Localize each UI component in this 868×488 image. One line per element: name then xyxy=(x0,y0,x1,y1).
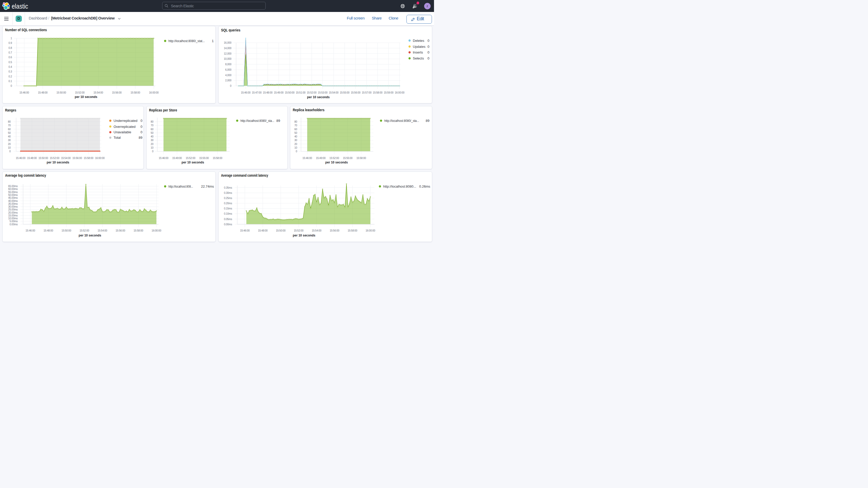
svg-text:per 10 seconds: per 10 seconds xyxy=(181,160,204,164)
svg-text:0.30ms: 0.30ms xyxy=(224,191,232,194)
svg-text:SQL queries: SQL queries xyxy=(221,28,241,32)
svg-text:16:00:00: 16:00:00 xyxy=(149,91,159,94)
svg-text:0: 0 xyxy=(230,85,231,87)
svg-text:per 10 seconds: per 10 seconds xyxy=(325,160,348,164)
svg-text:http://localhost:808...: http://localhost:808... xyxy=(168,184,193,188)
svg-text:50: 50 xyxy=(294,131,297,134)
svg-text:10.00ms: 10.00ms xyxy=(8,217,18,220)
svg-text:0.15ms: 0.15ms xyxy=(224,207,232,210)
svg-text:15:54:00: 15:54:00 xyxy=(97,229,107,232)
svg-text:20: 20 xyxy=(151,143,153,145)
svg-text:Overreplicated: Overreplicated xyxy=(114,124,136,128)
svg-text:15:55:00: 15:55:00 xyxy=(343,156,353,159)
svg-text:15:49:00: 15:49:00 xyxy=(274,91,284,94)
svg-text:1: 1 xyxy=(212,39,214,43)
svg-text:15:52:00: 15:52:00 xyxy=(294,229,304,232)
svg-text:0.1: 0.1 xyxy=(8,80,12,82)
svg-text:15:48:00: 15:48:00 xyxy=(38,91,48,94)
svg-text:30: 30 xyxy=(294,139,297,142)
svg-text:0.5: 0.5 xyxy=(8,61,12,63)
svg-text:15:46:00: 15:46:00 xyxy=(16,156,26,159)
svg-text:15:50:00: 15:50:00 xyxy=(276,229,286,232)
svg-text:70: 70 xyxy=(151,124,153,127)
svg-text:15:58:00: 15:58:00 xyxy=(130,91,140,94)
svg-text:http://localhost:8080/_stat...: http://localhost:8080/_stat... xyxy=(168,39,205,43)
svg-text:5.00ms: 5.00ms xyxy=(9,220,18,223)
svg-text:30: 30 xyxy=(151,139,153,142)
svg-text:20: 20 xyxy=(294,143,297,145)
svg-text:2,000: 2,000 xyxy=(225,79,231,82)
svg-text:15:51:00: 15:51:00 xyxy=(296,91,306,94)
svg-text:Inserts: Inserts xyxy=(413,51,423,54)
svg-text:15:46:00: 15:46:00 xyxy=(241,91,251,94)
svg-text:0: 0 xyxy=(428,44,429,48)
svg-text:15:53:00: 15:53:00 xyxy=(318,91,328,94)
svg-text:22.74ms: 22.74ms xyxy=(201,184,214,188)
svg-text:0.2: 0.2 xyxy=(8,75,12,78)
svg-text:15:57:00: 15:57:00 xyxy=(362,91,372,94)
svg-text:15:52:00: 15:52:00 xyxy=(329,156,339,159)
svg-text:0.6: 0.6 xyxy=(8,56,12,59)
svg-text:15:50:00: 15:50:00 xyxy=(38,156,48,159)
svg-text:8,000: 8,000 xyxy=(225,63,231,66)
svg-text:40: 40 xyxy=(8,135,11,138)
svg-text:15:46:00: 15:46:00 xyxy=(303,156,312,159)
svg-text:15:58:00: 15:58:00 xyxy=(347,229,357,232)
svg-text:per 10 seconds: per 10 seconds xyxy=(46,160,69,164)
svg-text:16:00:00: 16:00:00 xyxy=(395,91,405,94)
svg-text:25.00ms: 25.00ms xyxy=(8,208,18,211)
svg-text:0: 0 xyxy=(140,124,142,128)
svg-text:70: 70 xyxy=(294,124,297,127)
svg-text:0.10ms: 0.10ms xyxy=(224,213,232,215)
svg-text:15:46:00: 15:46:00 xyxy=(158,156,168,159)
svg-text:15:56:00: 15:56:00 xyxy=(115,229,125,232)
svg-text:60: 60 xyxy=(151,128,153,130)
svg-text:15:50:00: 15:50:00 xyxy=(61,229,71,232)
svg-text:0: 0 xyxy=(10,85,12,87)
svg-text:10,000: 10,000 xyxy=(224,57,231,60)
svg-text:50: 50 xyxy=(151,131,153,134)
svg-text:10: 10 xyxy=(8,146,11,149)
svg-text:30.00ms: 30.00ms xyxy=(8,205,18,208)
svg-text:16:00:00: 16:00:00 xyxy=(95,156,105,159)
svg-text:1: 1 xyxy=(10,37,12,40)
svg-text:0: 0 xyxy=(428,51,429,54)
svg-text:15:56:00: 15:56:00 xyxy=(112,91,122,94)
svg-text:15.00ms: 15.00ms xyxy=(8,214,18,217)
svg-text:0.00ms: 0.00ms xyxy=(9,223,18,226)
svg-text:15:52:00: 15:52:00 xyxy=(307,91,317,94)
svg-text:0.00ms: 0.00ms xyxy=(224,223,232,226)
svg-text:0: 0 xyxy=(428,38,429,42)
svg-text:Selects: Selects xyxy=(413,56,424,60)
svg-text:45.00ms: 45.00ms xyxy=(8,196,18,199)
svg-text:55.00ms: 55.00ms xyxy=(8,191,18,193)
svg-text:60: 60 xyxy=(8,128,11,130)
svg-text:15:54:00: 15:54:00 xyxy=(329,91,339,94)
svg-text:15:48:00: 15:48:00 xyxy=(43,229,53,232)
svg-text:6,000: 6,000 xyxy=(225,68,231,71)
svg-text:15:58:00: 15:58:00 xyxy=(213,156,222,159)
svg-text:elastic: elastic xyxy=(12,2,28,10)
svg-text:16:00:00: 16:00:00 xyxy=(365,229,375,232)
svg-text:0.05ms: 0.05ms xyxy=(224,218,232,221)
svg-text:per 10 seconds: per 10 seconds xyxy=(292,234,315,237)
svg-text:15:54:00: 15:54:00 xyxy=(312,229,321,232)
svg-text:10: 10 xyxy=(151,146,153,149)
svg-text:Average log commit latency: Average log commit latency xyxy=(5,173,46,178)
svg-text:15:58:00: 15:58:00 xyxy=(133,229,144,232)
svg-text:15:49:00: 15:49:00 xyxy=(172,156,182,159)
svg-text:15:58:00: 15:58:00 xyxy=(373,91,383,94)
svg-text:http://localhost:8080/_sta...: http://localhost:8080/_sta... xyxy=(240,119,274,123)
svg-text:60.00ms: 60.00ms xyxy=(8,188,18,191)
svg-text:4,000: 4,000 xyxy=(225,73,231,77)
svg-text:70: 70 xyxy=(8,124,11,127)
svg-text:0.25ms: 0.25ms xyxy=(224,197,232,200)
svg-text:0: 0 xyxy=(428,56,429,60)
svg-text:80: 80 xyxy=(8,120,11,123)
svg-text:0.3: 0.3 xyxy=(8,70,12,73)
svg-text:80: 80 xyxy=(151,120,153,123)
svg-text:20.00ms: 20.00ms xyxy=(8,211,18,214)
svg-text:0.26ms: 0.26ms xyxy=(419,184,430,188)
svg-text:60: 60 xyxy=(294,128,297,130)
svg-text:15:49:00: 15:49:00 xyxy=(316,156,326,159)
